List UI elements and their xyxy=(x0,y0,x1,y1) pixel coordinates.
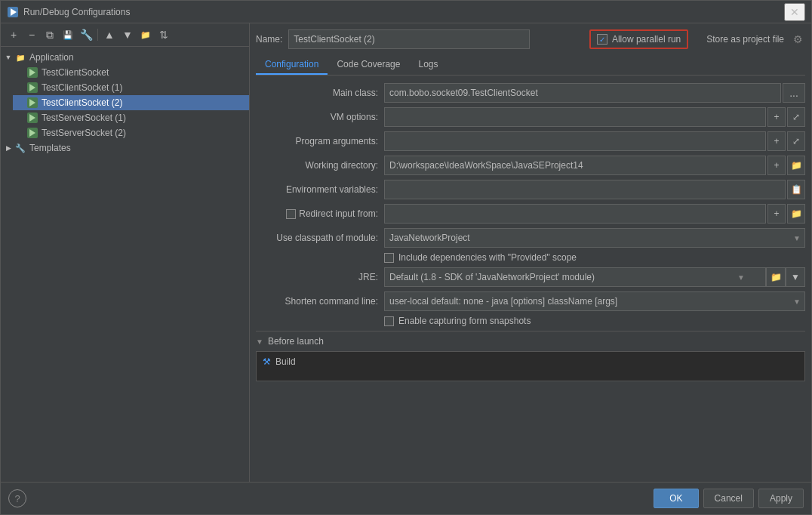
store-as-project-file-label: Store as project file xyxy=(706,34,784,45)
main-class-input[interactable] xyxy=(384,83,781,103)
save-icon: 💾 xyxy=(63,30,73,40)
redirect-input-row: Redirect input from: + 📁 xyxy=(256,204,805,224)
up-arrow-icon: ▲ xyxy=(104,29,115,41)
main-content: + − ⧉ 💾 🔧 ▲ ▼ xyxy=(1,23,811,482)
down-arrow-icon: ▼ xyxy=(122,29,133,41)
cancel-button[interactable]: Cancel xyxy=(703,489,754,508)
name-input[interactable] xyxy=(288,29,530,49)
tab-configuration[interactable]: Configuration xyxy=(256,55,328,75)
vm-options-plus-button[interactable]: + xyxy=(767,107,786,127)
tree-item-label-4: TestServerSocket (1) xyxy=(42,113,126,123)
tree-item-testclientsocket[interactable]: ▶ TestClientSocket xyxy=(13,65,249,80)
tab-code-coverage[interactable]: Code Coverage xyxy=(328,55,409,75)
copy-config-button[interactable]: ⧉ xyxy=(42,26,58,43)
environment-variables-folder-button[interactable]: 📋 xyxy=(787,180,805,199)
copy-icon: ⧉ xyxy=(46,29,54,42)
shorten-command-line-select[interactable]: user-local default: none - java [options… xyxy=(384,291,805,311)
shorten-command-line-select-wrapper: user-local default: none - java [options… xyxy=(384,291,805,311)
tabs-bar: Configuration Code Coverage Logs xyxy=(256,55,805,76)
minus-icon: − xyxy=(29,29,35,41)
program-arguments-plus-button[interactable]: + xyxy=(767,131,786,151)
environment-variables-row: Environment variables: 📋 xyxy=(256,180,805,199)
redirect-input-checkbox[interactable] xyxy=(286,209,296,219)
environment-variables-label: Environment variables: xyxy=(256,184,384,195)
help-button[interactable]: ? xyxy=(8,489,26,507)
dialog-icon xyxy=(7,6,19,18)
vm-options-label: VM options: xyxy=(256,112,384,122)
toolbar-sep-1 xyxy=(97,29,98,41)
name-row: Name: Allow parallel run Store as projec… xyxy=(256,29,805,49)
shorten-command-line-row: Shorten command line: user-local default… xyxy=(256,291,805,311)
tree-item-testclientsocket-2[interactable]: ▶ TestClientSocket (2) xyxy=(13,95,249,110)
classpath-module-label: Use classpath of module: xyxy=(256,233,384,243)
jre-row: JRE: Default (1.8 - SDK of 'JavaNetworkP… xyxy=(256,267,805,287)
sort-config-button[interactable]: ⇅ xyxy=(155,26,172,43)
parallel-run-box: Allow parallel run xyxy=(589,29,688,49)
store-settings-gear-button[interactable]: ⚙ xyxy=(790,32,805,47)
run-config-icon-4 xyxy=(26,112,38,124)
redirect-input-plus-button[interactable]: + xyxy=(767,204,786,224)
tree-item-testclientsocket-1[interactable]: ▶ TestClientSocket (1) xyxy=(13,80,249,95)
build-item-label: Build xyxy=(275,356,296,367)
program-arguments-input[interactable] xyxy=(384,131,766,151)
application-group-label: Application xyxy=(29,52,74,63)
folder-icon: 📁 xyxy=(140,30,151,40)
jre-folder-button[interactable]: 📁 xyxy=(766,267,786,287)
working-directory-input[interactable] xyxy=(384,156,766,175)
config-tree: ▼ 📁 Application ▶ TestClientSocket xyxy=(1,47,249,482)
vm-options-row: VM options: + ⤢ xyxy=(256,107,805,127)
settings-config-button[interactable]: 🔧 xyxy=(78,26,94,43)
environment-variables-input-group: 📋 xyxy=(384,180,805,199)
before-launch-expand-icon[interactable]: ▼ xyxy=(256,338,263,346)
tree-templates-group[interactable]: ▶ 🔧 Templates xyxy=(1,140,249,156)
tree-item-testserversocket-1[interactable]: ▶ TestServerSocket (1) xyxy=(13,110,249,125)
vm-options-input-group: + ⤢ xyxy=(384,107,805,127)
jre-dropdown-button[interactable]: ▼ xyxy=(786,267,805,287)
main-class-browse-button[interactable]: ... xyxy=(783,83,805,103)
left-toolbar-row: + − ⧉ 💾 🔧 ▲ ▼ xyxy=(1,23,249,47)
sort-icon: ⇅ xyxy=(159,29,168,41)
redirect-input-label: Redirect input from: xyxy=(299,208,378,219)
vm-options-input[interactable] xyxy=(384,107,766,127)
program-arguments-expand-button[interactable]: ⤢ xyxy=(787,131,805,151)
apply-button[interactable]: Apply xyxy=(758,489,804,508)
run-config-icon-3 xyxy=(26,97,38,109)
redirect-input-folder-button[interactable]: 📁 xyxy=(787,204,805,224)
classpath-module-select[interactable]: JavaNetworkProject xyxy=(384,228,805,248)
expand-application-icon: ▼ xyxy=(4,53,13,62)
action-buttons: OK Cancel Apply xyxy=(654,489,804,508)
tree-application-group[interactable]: ▼ 📁 Application xyxy=(1,50,249,65)
redirect-input-field[interactable] xyxy=(384,204,766,224)
working-directory-folder-button[interactable]: 📁 xyxy=(787,156,805,175)
vm-options-expand-button[interactable]: ⤢ xyxy=(787,107,805,127)
folder-config-button[interactable]: 📁 xyxy=(137,26,154,43)
before-launch-title: Before launch xyxy=(268,336,324,347)
parallel-run-checkbox[interactable] xyxy=(597,34,607,45)
environment-variables-input[interactable] xyxy=(384,180,786,199)
plus-icon: + xyxy=(11,29,17,41)
redirect-input-group: + 📁 xyxy=(384,204,805,224)
program-arguments-input-group: + ⤢ xyxy=(384,131,805,151)
jre-label: JRE: xyxy=(256,272,384,282)
tree-item-testserversocket-2[interactable]: ▶ TestServerSocket (2) xyxy=(13,125,249,140)
remove-config-button[interactable]: − xyxy=(23,26,40,43)
move-up-button[interactable]: ▲ xyxy=(101,26,118,43)
jre-select[interactable]: Default (1.8 - SDK of 'JavaNetworkProjec… xyxy=(384,267,766,287)
main-class-input-group: ... xyxy=(384,83,805,103)
move-down-button[interactable]: ▼ xyxy=(119,26,136,43)
shorten-command-line-label: Shorten command line: xyxy=(256,296,384,307)
run-config-icon-2 xyxy=(26,82,38,94)
tab-logs[interactable]: Logs xyxy=(409,55,447,75)
expand-templates-icon: ▶ xyxy=(4,143,13,153)
working-directory-plus-button[interactable]: + xyxy=(767,156,786,175)
enable-capturing-checkbox[interactable] xyxy=(384,316,394,326)
ok-button[interactable]: OK xyxy=(654,489,698,508)
add-config-button[interactable]: + xyxy=(5,26,22,43)
close-button[interactable]: ✕ xyxy=(784,3,805,21)
save-config-button[interactable]: 💾 xyxy=(60,26,76,43)
before-launch-section: ▼ Before launch ⚒ Build + xyxy=(256,331,805,381)
run-config-icon-1 xyxy=(26,66,38,79)
tree-item-label-3: TestClientSocket (2) xyxy=(42,97,122,108)
include-dependencies-checkbox[interactable] xyxy=(384,253,394,263)
application-folder-icon: 📁 xyxy=(14,51,26,63)
